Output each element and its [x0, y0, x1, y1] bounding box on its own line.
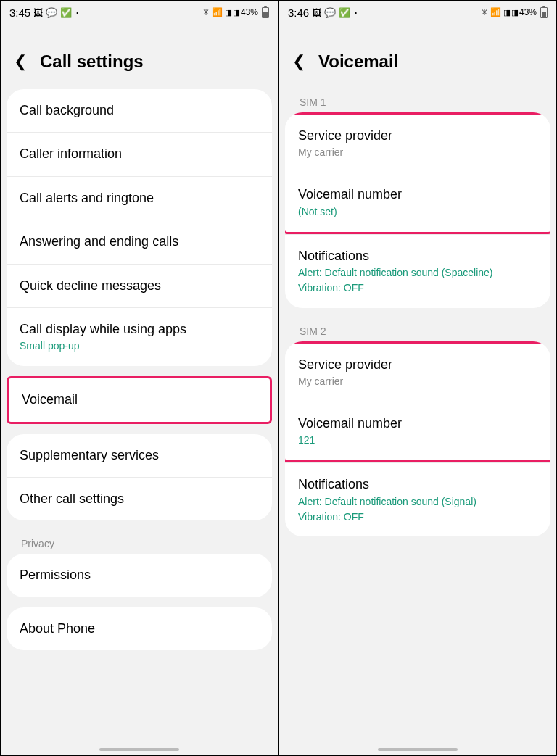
row-title: Voicemail	[22, 391, 257, 408]
row-call-alerts[interactable]: Call alerts and ringtone	[7, 176, 272, 220]
home-indicator[interactable]	[99, 748, 179, 751]
row-quick-decline[interactable]: Quick decline messages	[7, 264, 272, 307]
status-bar: 3:45 🖼 💬 ✅ • ✳ 📶 ▯▮ ▯▮ 43%	[1, 1, 278, 22]
settings-card-about: About Phone	[7, 607, 272, 650]
section-privacy-label: Privacy	[7, 531, 272, 554]
status-time: 3:46	[288, 7, 309, 19]
row-sim1-service-provider[interactable]: Service provider My carrier	[285, 115, 550, 173]
sim1-card: Service provider My carrier Voicemail nu…	[285, 112, 550, 308]
row-voicemail[interactable]: Voicemail	[9, 378, 270, 421]
row-subtitle: (Not set)	[298, 205, 537, 219]
row-subtitle: My carrier	[298, 146, 537, 159]
row-call-background[interactable]: Call background	[7, 89, 272, 132]
row-subtitle: My carrier	[298, 375, 537, 389]
row-title: Call alerts and ringtone	[20, 190, 259, 207]
signal-2-icon: ▯▮	[233, 8, 239, 17]
row-about-phone[interactable]: About Phone	[7, 607, 272, 650]
bluetooth-icon: ✳	[481, 7, 488, 17]
message-icon: 💬	[46, 7, 57, 18]
section-sim1-label: SIM 1	[285, 89, 550, 112]
row-sim1-notifications[interactable]: Notifications Alert: Default notificatio…	[285, 234, 550, 308]
row-title: Answering and ending calls	[20, 233, 259, 250]
signal-1-icon: ▯▮	[503, 8, 509, 17]
row-title: Permissions	[20, 567, 259, 583]
check-icon: ✅	[60, 7, 72, 18]
settings-card-privacy: Permissions	[7, 554, 272, 597]
section-sim2-label: SIM 2	[285, 318, 550, 341]
row-other-call-settings[interactable]: Other call settings	[7, 477, 272, 520]
row-subtitle: 121	[298, 433, 537, 447]
row-title: Voicemail number	[298, 415, 537, 432]
row-subtitle-line2: Vibration: OFF	[298, 281, 537, 295]
home-indicator[interactable]	[378, 748, 458, 751]
row-title: Notifications	[298, 476, 537, 493]
row-sim2-service-provider[interactable]: Service provider My carrier	[285, 344, 550, 402]
row-title: Supplementary services	[20, 447, 259, 464]
row-subtitle-line2: Vibration: OFF	[298, 510, 537, 524]
row-subtitle-line1: Alert: Default notification sound (Space…	[298, 266, 537, 280]
settings-card-1: Call background Caller information Call …	[7, 89, 272, 366]
more-dot-icon: •	[355, 9, 357, 16]
row-title: Quick decline messages	[20, 278, 259, 294]
battery-icon	[262, 7, 269, 18]
signal-1-icon: ▯▮	[225, 8, 231, 17]
battery-icon	[540, 7, 548, 18]
row-title: Service provider	[298, 128, 537, 144]
battery-percent: 43%	[519, 7, 537, 17]
more-dot-icon: •	[76, 9, 78, 16]
settings-card-voicemail: Voicemail	[7, 376, 272, 423]
settings-card-2: Supplementary services Other call settin…	[7, 434, 272, 521]
row-subtitle: Small pop-up	[20, 339, 259, 353]
back-icon[interactable]: ❮	[14, 52, 27, 71]
row-title: Voicemail number	[298, 186, 537, 203]
page-title: Voicemail	[318, 51, 398, 72]
bluetooth-icon: ✳	[202, 7, 210, 17]
status-time: 3:45	[9, 7, 30, 19]
row-caller-information[interactable]: Caller information	[7, 132, 272, 175]
battery-percent: 43%	[241, 7, 258, 17]
wifi-icon: 📶	[212, 7, 223, 17]
sim2-highlight: Service provider My carrier Voicemail nu…	[285, 341, 550, 463]
row-title: Caller information	[20, 146, 259, 162]
row-title: Notifications	[298, 248, 537, 265]
status-bar: 3:46 🖼 💬 ✅ • ✳ 📶 ▯▮ ▯▮ 43%	[279, 1, 556, 22]
row-permissions[interactable]: Permissions	[7, 554, 272, 597]
wifi-icon: 📶	[490, 7, 501, 17]
row-call-display[interactable]: Call display while using apps Small pop-…	[7, 307, 272, 366]
row-subtitle-line1: Alert: Default notification sound (Signa…	[298, 495, 537, 509]
row-answering-ending[interactable]: Answering and ending calls	[7, 220, 272, 263]
row-title: Call background	[20, 102, 259, 119]
row-sim2-voicemail-number[interactable]: Voicemail number 121	[285, 402, 550, 460]
sim2-card: Service provider My carrier Voicemail nu…	[285, 341, 550, 537]
back-icon[interactable]: ❮	[292, 52, 305, 71]
signal-2-icon: ▯▮	[511, 8, 517, 17]
gallery-icon: 🖼	[33, 7, 43, 18]
check-icon: ✅	[339, 7, 350, 18]
screen-call-settings: 3:45 🖼 💬 ✅ • ✳ 📶 ▯▮ ▯▮ 43% ❮ Call settin…	[0, 0, 278, 756]
page-title: Call settings	[40, 51, 144, 72]
row-sim2-notifications[interactable]: Notifications Alert: Default notificatio…	[285, 462, 550, 536]
header: ❮ Voicemail	[279, 22, 556, 89]
row-supplementary[interactable]: Supplementary services	[7, 434, 272, 477]
message-icon: 💬	[324, 7, 336, 18]
gallery-icon: 🖼	[312, 7, 321, 18]
header: ❮ Call settings	[1, 22, 278, 89]
sim1-highlight: Service provider My carrier Voicemail nu…	[285, 112, 550, 234]
row-sim1-voicemail-number[interactable]: Voicemail number (Not set)	[285, 173, 550, 231]
row-title: About Phone	[20, 620, 259, 637]
row-title: Call display while using apps	[20, 321, 259, 338]
screen-voicemail: 3:46 🖼 💬 ✅ • ✳ 📶 ▯▮ ▯▮ 43% ❮ Voicemail S…	[278, 0, 557, 756]
row-title: Service provider	[298, 357, 537, 373]
row-title: Other call settings	[20, 491, 259, 507]
